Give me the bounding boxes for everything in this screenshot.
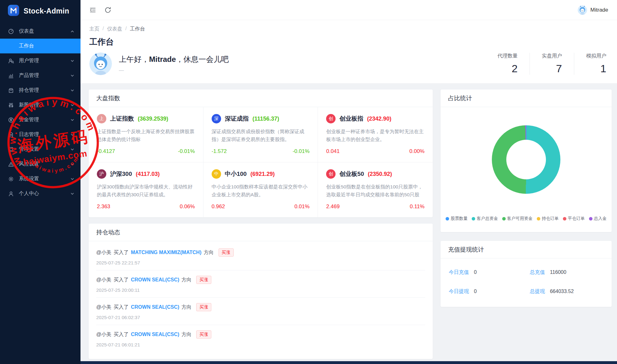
index-change-pct: 0.01% bbox=[294, 204, 309, 210]
sidebar-item-risk[interactable]: 风控设置 bbox=[0, 157, 81, 171]
sidebar-item-profile[interactable]: 个人中心 bbox=[0, 186, 81, 201]
position-stock-link[interactable]: CROWN SEAL(CSC) bbox=[131, 332, 179, 337]
index-change: 0.041 bbox=[326, 148, 340, 155]
buy-up-badge: 买涨 bbox=[196, 330, 211, 339]
position-item: @小美 买入了 CROWN SEAL(CSC) 方向 买涨 2025-07-25… bbox=[96, 270, 425, 298]
user-menu[interactable]: Mitrade bbox=[578, 5, 608, 15]
sidebar-item-funds[interactable]: 资金管理 bbox=[0, 112, 81, 127]
position-stock-link[interactable]: CROWN SEAL(CSC) bbox=[131, 277, 179, 283]
legend-item-stock-count[interactable]: 股票数量 bbox=[446, 216, 468, 221]
profile-icon bbox=[8, 191, 14, 197]
total-recharge-label[interactable]: 总充值 bbox=[530, 269, 545, 276]
risk-icon bbox=[8, 161, 14, 167]
sidebar-item-admin-settings[interactable]: 管理设置 bbox=[0, 142, 81, 157]
legend-item-closed-orders[interactable]: 平仓订单 bbox=[563, 216, 585, 221]
sidebar-menu: 仪表盘 工作台 用户管理 产品管理 bbox=[0, 24, 81, 201]
right-column: 占比统计 股票数量 客户总资金 客户可用资金 持仓订单 平仓订单 总入金 bbox=[441, 90, 612, 307]
today-recharge: 今日充值0 bbox=[449, 269, 530, 276]
sidebar-item-system[interactable]: 系统设置 bbox=[0, 171, 81, 186]
total-withdraw-label[interactable]: 总提现 bbox=[530, 288, 545, 295]
stat-demo-users: 模拟用户 1 bbox=[574, 53, 608, 75]
breadcrumb: 主页 / 仪表盘 / 工作台 bbox=[89, 26, 608, 32]
users-icon bbox=[8, 58, 14, 64]
ratio-chart-area: 股票数量 客户总资金 客户可用资金 持仓订单 平仓订单 总入金 bbox=[441, 107, 612, 232]
chart-legend: 股票数量 客户总资金 客户可用资金 持仓订单 平仓订单 总入金 bbox=[446, 216, 607, 221]
index-desc: 创业板是一种证券市场，是专为暂时无法在主板市场上市的创业型企业。 bbox=[326, 128, 425, 143]
position-time: 2025-07-25 22:21:57 bbox=[96, 260, 425, 265]
sidebar-item-logs[interactable]: 日志管理 bbox=[0, 127, 81, 142]
left-column: 大盘指数 上 上证指数 (3639.2539) 上证指数是一个反映上海证券交易所… bbox=[89, 90, 433, 359]
ratio-panel-title: 占比统计 bbox=[441, 90, 612, 107]
legend-item-open-orders[interactable]: 持仓订单 bbox=[537, 216, 559, 221]
content: 大盘指数 上 上证指数 (3639.2539) 上证指数是一个反映上海证券交易所… bbox=[81, 83, 617, 364]
legend-dot bbox=[502, 217, 506, 220]
index-card-shenzhen: 深 深证成指 (11156.37) 深证成指交易所成份股价指数（简称深证成指）是… bbox=[203, 107, 318, 162]
breadcrumb-dashboard[interactable]: 仪表盘 bbox=[107, 26, 122, 32]
index-change-pct: -0.01% bbox=[292, 148, 309, 155]
today-withdraw-label[interactable]: 今日提现 bbox=[449, 288, 469, 295]
sidebar-item-dashboard[interactable]: 仪表盘 bbox=[0, 24, 81, 39]
sidebar-collapse-icon[interactable] bbox=[89, 7, 96, 14]
breadcrumb-home[interactable]: 主页 bbox=[89, 26, 99, 32]
legend-item-available-funds[interactable]: 客户可用资金 bbox=[502, 216, 533, 221]
index-change-pct: 0.06% bbox=[180, 204, 195, 210]
position-stock-link[interactable]: MATCHING MAXIMIZ(MATCH) bbox=[131, 250, 201, 255]
position-direction-label: 方向 bbox=[181, 277, 192, 283]
index-change: -0.4127 bbox=[97, 148, 115, 155]
legend-item-total-funds[interactable]: 客户总资金 bbox=[472, 216, 498, 221]
position-item: @小美 买入了 CROWN SEAL(CSC) 方向 买涨 2025-07-21… bbox=[96, 325, 425, 352]
stat-agents: 代理数量 2 bbox=[486, 53, 530, 75]
chevron-down-icon bbox=[70, 74, 74, 78]
index-change: 0.962 bbox=[212, 204, 225, 210]
position-user: @小美 bbox=[96, 249, 111, 256]
sidebar-item-products[interactable]: 产品管理 bbox=[0, 68, 81, 83]
chevron-down-icon bbox=[70, 133, 74, 137]
greeting-avatar bbox=[89, 52, 112, 75]
position-action: 买入了 bbox=[114, 331, 129, 338]
chevron-down-icon bbox=[70, 148, 74, 151]
position-direction-label: 方向 bbox=[204, 249, 214, 256]
position-time: 2025-07-21 06:01:21 bbox=[96, 342, 425, 347]
index-card-chinext50: 创 创业板50 (2350.92) 创业板50指数是在创业板指的100只股票中，… bbox=[318, 162, 433, 217]
app-title: Stock-Admin bbox=[24, 7, 69, 15]
legend-dot bbox=[537, 217, 540, 220]
position-time: 2025-07-21 06:02:37 bbox=[96, 315, 425, 320]
sidebar-item-positions[interactable]: 持仓管理 bbox=[0, 83, 81, 98]
stat-real-users: 实盘用户 7 bbox=[530, 53, 574, 75]
index-badge-icon: 深 bbox=[212, 114, 221, 123]
position-stock-link[interactable]: CROWN SEAL(CSC) bbox=[131, 304, 179, 310]
today-recharge-label[interactable]: 今日充值 bbox=[449, 269, 469, 276]
position-action: 买入了 bbox=[114, 304, 129, 311]
app-root: Stock-Admin 仪表盘 工作台 用户管理 bbox=[0, 0, 617, 364]
positions-list: @小美 买入了 MATCHING MAXIMIZ(MATCH) 方向 买涨 20… bbox=[89, 241, 433, 359]
buy-up-badge: 买涨 bbox=[219, 248, 234, 257]
sidebar-item-ipo[interactable]: 新股管理 bbox=[0, 98, 81, 112]
products-icon bbox=[8, 73, 14, 79]
ratio-donut-chart bbox=[492, 125, 560, 194]
breadcrumb-separator: / bbox=[125, 26, 126, 32]
sidebar-item-users[interactable]: 用户管理 bbox=[0, 53, 81, 68]
index-badge-icon: 创 bbox=[326, 169, 336, 179]
brand[interactable]: Stock-Admin bbox=[0, 0, 81, 22]
index-badge-icon: 中 bbox=[212, 169, 221, 179]
head-stats: 代理数量 2 实盘用户 7 模拟用户 1 bbox=[486, 53, 608, 75]
chevron-down-icon bbox=[70, 177, 74, 181]
chevron-down-icon bbox=[70, 59, 74, 63]
index-card-shanghai: 上 上证指数 (3639.2539) 上证指数是一个反映上海证券交易所挂牌股票总… bbox=[89, 107, 203, 162]
index-desc: 创业板50指数是在创业板指的100只股票中，选取最近半年日均成交额排名靠前的50… bbox=[326, 183, 425, 198]
position-action: 买入了 bbox=[114, 249, 129, 256]
refresh-icon[interactable] bbox=[104, 7, 111, 14]
greeting-row: 上午好，Mitrade，休息一会儿吧 — 代理数量 2 实盘用户 7 模拟用户 … bbox=[89, 52, 608, 75]
position-action: 买入了 bbox=[114, 277, 129, 283]
positions-panel: 持仓动态 @小美 买入了 MATCHING MAXIMIZ(MATCH) 方向 … bbox=[89, 224, 433, 359]
legend-item-total-deposit[interactable]: 总入金 bbox=[589, 216, 607, 221]
position-user: @小美 bbox=[96, 331, 111, 338]
position-time: 2025-07-25 20:00:11 bbox=[96, 287, 425, 293]
index-change: -1.572 bbox=[212, 148, 227, 155]
sidebar-subitem-workbench[interactable]: 工作台 bbox=[0, 39, 81, 53]
system-icon bbox=[8, 176, 14, 182]
dashboard-icon bbox=[8, 29, 14, 34]
market-grid: 上 上证指数 (3639.2539) 上证指数是一个反映上海证券交易所挂牌股票总… bbox=[89, 107, 433, 217]
recharge-panel: 充值提现统计 今日充值0 总充值116000 今日提现0 总提现664033.5… bbox=[441, 241, 612, 307]
page-head: 主页 / 仪表盘 / 工作台 工作台 bbox=[81, 20, 617, 83]
